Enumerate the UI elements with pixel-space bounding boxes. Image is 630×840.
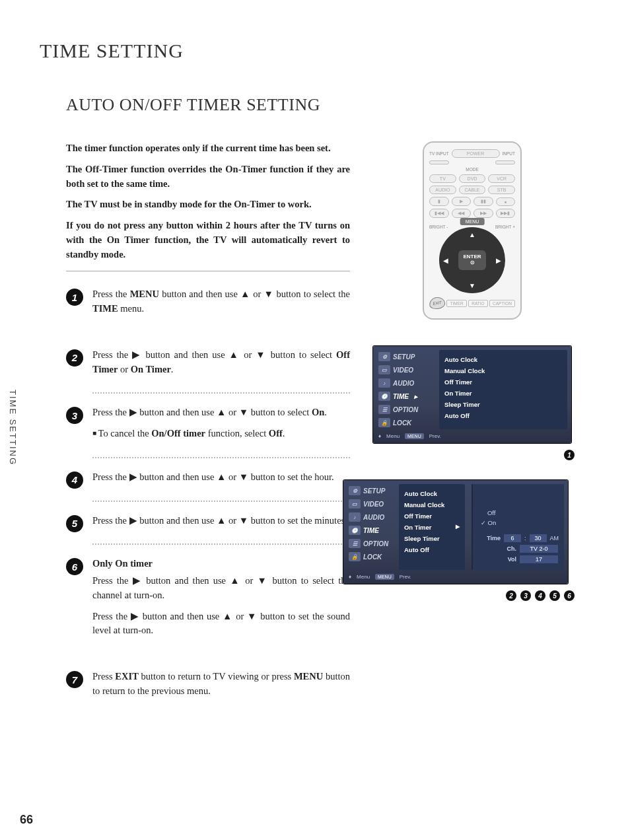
right-arrow-icon: ▶ xyxy=(496,257,501,264)
step-ref-badge: 2 xyxy=(506,590,516,601)
osd-nav-item-selected: 🕑TIME ▸ xyxy=(377,390,435,403)
dotted-divider xyxy=(92,392,350,394)
remote-transport-button: ▮▮ xyxy=(473,197,493,206)
content-column: The timer function operates only if the … xyxy=(66,141,350,711)
remote-button: DVD xyxy=(459,174,486,183)
step-number-badge: 2 xyxy=(66,349,83,367)
step-ref-badge: 5 xyxy=(549,590,560,601)
remote-transport-button: ▮◀◀ xyxy=(429,209,449,218)
remote-label: BRIGHT + xyxy=(495,225,515,229)
option-icon: ☰ xyxy=(378,405,390,414)
step-2: 2 Press the ▶ button and then use ▲ or ▼… xyxy=(66,348,350,384)
osd-nav: ⚙SETUP ▭VIDEO ♪AUDIO 🕑TIME ☰OPTION 🔒LOCK xyxy=(347,484,395,570)
osd-item: On Timer xyxy=(444,388,562,399)
step-text: Press EXIT button to return to TV viewin… xyxy=(92,670,350,699)
remote-dpad: MENU ▲ ▼ ◀ ▶ ENTER ⊙ xyxy=(439,227,505,293)
step-ref-badge: 3 xyxy=(520,590,531,601)
step-number-badge: 5 xyxy=(66,515,83,532)
osd-nav-item: 🔒LOCK xyxy=(377,416,435,429)
osd-nav-item: ⚙SETUP xyxy=(377,350,435,363)
step-number-badge: 1 xyxy=(66,289,83,306)
step-ref-badge: 4 xyxy=(535,590,545,601)
step-ref-badge: 1 xyxy=(564,450,575,460)
osd-minute-field: 30 xyxy=(530,534,547,542)
osd-screenshot-2: ⚙SETUP ▭VIDEO ♪AUDIO 🕑TIME ☰OPTION 🔒LOCK… xyxy=(343,480,568,584)
remote-illustration: TV INPUT POWER INPUT MODE TV DVD VCR AUD… xyxy=(423,141,522,320)
option-icon: ☰ xyxy=(349,539,361,548)
remote-button: TIMER xyxy=(446,300,466,307)
step-text: Press the ▶ button and then use ▲ or ▼ b… xyxy=(92,348,350,377)
page-title: TIME SETTING xyxy=(40,40,584,62)
remote-transport-button: ◀◀ xyxy=(452,209,472,218)
remote-transport-button: ▮ xyxy=(429,197,449,206)
step-reference-badges: 2 3 4 5 6 xyxy=(370,590,575,601)
divider xyxy=(66,271,350,271)
remote-button: TV xyxy=(429,174,456,183)
osd-nav-item: ⚙SETUP xyxy=(347,484,395,497)
step-number-badge: 3 xyxy=(66,407,83,424)
remote-transport-button: ▶▶ xyxy=(473,209,493,218)
remote-button: CAPTION xyxy=(489,300,515,307)
osd-screenshot-1: ⚙SETUP ▭VIDEO ♪AUDIO 🕑TIME ▸ ☰OPTION 🔒LO… xyxy=(373,346,571,443)
remote-transport-button: ● xyxy=(496,197,516,206)
intro-block: The timer function operates only if the … xyxy=(66,141,350,262)
osd-volume-field: 17 xyxy=(520,555,558,563)
osd-nav-item: 🔒LOCK xyxy=(347,550,395,563)
osd-nav-item: ♪AUDIO xyxy=(347,510,395,524)
remote-enter-button: ENTER ⊙ xyxy=(458,250,486,270)
osd-hour-field: 6 xyxy=(504,534,521,542)
step-1: 1 Press the MENU button and then use ▲ o… xyxy=(66,287,350,323)
osd-volume-row: Vol 17 xyxy=(478,554,559,565)
osd-item: Off Timer xyxy=(444,376,562,388)
gear-icon: ⚙ xyxy=(378,352,390,361)
osd-time-row: Time 6: 30 AM xyxy=(478,533,559,543)
osd-option-on-selected: On xyxy=(478,518,559,533)
dotted-divider xyxy=(92,501,350,502)
osd-nav: ⚙SETUP ▭VIDEO ♪AUDIO 🕑TIME ▸ ☰OPTION 🔒LO… xyxy=(377,350,435,429)
up-arrow-icon: ▲ xyxy=(469,231,475,238)
remote-button xyxy=(495,160,515,164)
osd-nav-item: ☰OPTION xyxy=(347,537,395,550)
step-text: Press the MENU button and then use ▲ or … xyxy=(92,287,350,316)
lock-icon: 🔒 xyxy=(378,418,390,427)
osd-item: Auto Clock xyxy=(404,488,460,499)
osd-item: Sleep Timer xyxy=(444,399,562,410)
side-tab-label: TIME SETTING xyxy=(8,390,18,466)
step-ref-badge: 6 xyxy=(564,590,575,601)
step-text: Press the ▶ button and then use ▲ or ▼ b… xyxy=(92,470,334,485)
section-title: AUTO ON/OFF TIMER SETTING xyxy=(66,95,584,115)
step-number-badge: 6 xyxy=(66,558,83,575)
step-number-badge: 4 xyxy=(66,472,83,489)
osd-nav-item-selected: 🕑TIME xyxy=(347,524,395,537)
osd-nav-item: ▭VIDEO xyxy=(347,497,395,510)
right-arrow-icon: ▶ xyxy=(456,524,460,531)
remote-label: TV INPUT xyxy=(429,151,449,156)
osd-sub-panel: Off On Time 6: 30 AM Ch. TV 2-0 xyxy=(472,484,564,570)
remote-button: AUDIO xyxy=(429,186,456,194)
intro-line: The Off-Timer function overrides the On-… xyxy=(66,162,350,192)
osd-footer: ♦Menu MENUPrev. xyxy=(347,570,564,580)
osd-channel-row: Ch. TV 2-0 xyxy=(478,543,559,554)
osd-panel: Auto Clock Manual Clock Off Timer On Tim… xyxy=(399,484,465,570)
step-7: 7 Press EXIT button to return to TV view… xyxy=(66,670,350,705)
step-6: 6 Only On timer Press the ▶ button and t… xyxy=(66,557,350,645)
step-text: Press the ▶ button and then use ▲ or ▼ b… xyxy=(92,574,350,603)
remote-exit-button: EXIT xyxy=(429,296,446,310)
dotted-divider xyxy=(92,543,350,545)
step-sub-bullet: To cancel the On/Off timer function, sel… xyxy=(92,427,327,441)
osd-item: Auto Off xyxy=(444,410,562,421)
step-text: Press the ▶ button and then use ▲ or ▼ b… xyxy=(92,610,350,639)
step-text: Press the ▶ button and then use ▲ or ▼ b… xyxy=(92,514,347,528)
clock-icon: 🕑 xyxy=(349,526,361,535)
osd-footer: ♦Menu MENUPrev. xyxy=(377,429,567,439)
remote-label: INPUT xyxy=(503,151,516,156)
intro-line: If you do not press any button within 2 … xyxy=(66,219,350,262)
remote-menu-button: MENU xyxy=(460,218,485,225)
step-5: 5 Press the ▶ button and then use ▲ or ▼… xyxy=(66,514,350,535)
video-icon: ▭ xyxy=(378,365,390,374)
osd-option-off: Off xyxy=(478,508,559,518)
remote-button: STB xyxy=(488,186,515,194)
audio-icon: ♪ xyxy=(349,512,361,522)
osd-item-selected: On Timer▶ xyxy=(404,522,460,533)
remote-button: VCR xyxy=(488,174,515,183)
